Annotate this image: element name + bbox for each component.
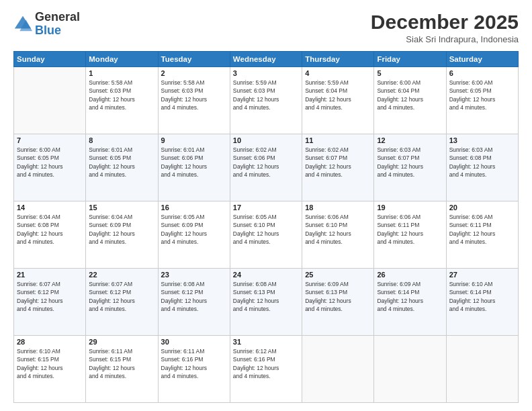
calendar-cell: 3Sunrise: 5:59 AMSunset: 6:03 PMDaylight… xyxy=(230,67,302,134)
month-title: December 2025 xyxy=(371,11,519,33)
logo-icon xyxy=(13,15,32,34)
day-number: 24 xyxy=(233,271,299,279)
cell-details: Sunrise: 5:59 AMSunset: 6:03 PMDaylight:… xyxy=(233,79,299,111)
day-number: 6 xyxy=(449,69,515,77)
cell-details: Sunrise: 6:04 AMSunset: 6:08 PMDaylight:… xyxy=(17,213,83,246)
cell-details: Sunrise: 5:58 AMSunset: 6:03 PMDaylight:… xyxy=(161,79,227,111)
cell-details: Sunrise: 6:04 AMSunset: 6:09 PMDaylight:… xyxy=(89,213,154,246)
day-number: 5 xyxy=(377,69,443,77)
day-number: 29 xyxy=(89,338,154,346)
calendar-cell xyxy=(374,336,446,403)
calendar-cell: 8Sunrise: 6:01 AMSunset: 6:05 PMDaylight… xyxy=(86,134,158,201)
calendar-cell xyxy=(14,67,86,134)
calendar-cell: 9Sunrise: 6:01 AMSunset: 6:06 PMDaylight… xyxy=(158,134,230,201)
day-number: 1 xyxy=(89,69,154,77)
logo-blue-text: Blue xyxy=(35,24,61,37)
day-number: 23 xyxy=(161,271,227,279)
calendar-cell: 31Sunrise: 6:12 AMSunset: 6:16 PMDayligh… xyxy=(230,336,302,403)
calendar-cell: 4Sunrise: 5:59 AMSunset: 6:04 PMDaylight… xyxy=(302,67,374,134)
calendar-cell: 6Sunrise: 6:00 AMSunset: 6:05 PMDaylight… xyxy=(446,67,518,134)
day-number: 7 xyxy=(17,136,83,144)
cell-details: Sunrise: 6:07 AMSunset: 6:12 PMDaylight:… xyxy=(17,280,83,313)
day-number: 11 xyxy=(305,136,371,144)
cell-details: Sunrise: 6:00 AMSunset: 6:05 PMDaylight:… xyxy=(17,146,83,179)
calendar-table: Sunday Monday Tuesday Wednesday Thursday… xyxy=(13,51,519,403)
col-sunday: Sunday xyxy=(14,52,86,67)
cell-details: Sunrise: 6:01 AMSunset: 6:05 PMDaylight:… xyxy=(89,146,154,179)
day-number: 25 xyxy=(305,271,371,279)
col-monday: Monday xyxy=(86,52,158,67)
cell-details: Sunrise: 6:10 AMSunset: 6:15 PMDaylight:… xyxy=(17,347,83,380)
header: General Blue December 2025 Siak Sri Indr… xyxy=(13,11,519,44)
day-number: 3 xyxy=(233,69,299,77)
day-number: 14 xyxy=(17,203,83,212)
cell-details: Sunrise: 6:08 AMSunset: 6:13 PMDaylight:… xyxy=(233,280,299,313)
day-number: 18 xyxy=(305,203,371,212)
col-wednesday: Wednesday xyxy=(230,52,302,67)
cell-details: Sunrise: 6:02 AMSunset: 6:07 PMDaylight:… xyxy=(305,146,371,179)
day-number: 20 xyxy=(449,203,515,212)
cell-details: Sunrise: 6:11 AMSunset: 6:15 PMDaylight:… xyxy=(89,347,154,380)
calendar-cell: 5Sunrise: 6:00 AMSunset: 6:04 PMDaylight… xyxy=(374,67,446,134)
cell-details: Sunrise: 6:11 AMSunset: 6:16 PMDaylight:… xyxy=(161,347,227,380)
cell-details: Sunrise: 6:09 AMSunset: 6:14 PMDaylight:… xyxy=(377,280,443,313)
day-number: 31 xyxy=(233,338,299,346)
calendar-cell: 13Sunrise: 6:03 AMSunset: 6:08 PMDayligh… xyxy=(446,134,518,201)
day-number: 10 xyxy=(233,136,299,144)
calendar-cell: 27Sunrise: 6:10 AMSunset: 6:14 PMDayligh… xyxy=(446,269,518,336)
col-thursday: Thursday xyxy=(302,52,374,67)
day-number: 19 xyxy=(377,203,443,212)
calendar-cell: 12Sunrise: 6:03 AMSunset: 6:07 PMDayligh… xyxy=(374,134,446,201)
calendar-cell: 23Sunrise: 6:08 AMSunset: 6:12 PMDayligh… xyxy=(158,269,230,336)
calendar-cell: 21Sunrise: 6:07 AMSunset: 6:12 PMDayligh… xyxy=(14,269,86,336)
day-number: 15 xyxy=(89,203,154,212)
cell-details: Sunrise: 6:05 AMSunset: 6:10 PMDaylight:… xyxy=(233,213,299,246)
title-block: December 2025 Siak Sri Indrapura, Indone… xyxy=(371,11,519,44)
calendar-cell: 20Sunrise: 6:06 AMSunset: 6:11 PMDayligh… xyxy=(446,201,518,269)
day-number: 17 xyxy=(233,203,299,212)
calendar-cell: 16Sunrise: 6:05 AMSunset: 6:09 PMDayligh… xyxy=(158,201,230,269)
calendar-cell: 30Sunrise: 6:11 AMSunset: 6:16 PMDayligh… xyxy=(158,336,230,403)
calendar-cell: 22Sunrise: 6:07 AMSunset: 6:12 PMDayligh… xyxy=(86,269,158,336)
day-number: 22 xyxy=(89,271,154,279)
cell-details: Sunrise: 6:06 AMSunset: 6:11 PMDaylight:… xyxy=(449,213,515,246)
day-number: 27 xyxy=(449,271,515,279)
calendar-cell: 28Sunrise: 6:10 AMSunset: 6:15 PMDayligh… xyxy=(14,336,86,403)
calendar-cell: 29Sunrise: 6:11 AMSunset: 6:15 PMDayligh… xyxy=(86,336,158,403)
cell-details: Sunrise: 6:03 AMSunset: 6:07 PMDaylight:… xyxy=(377,146,443,179)
day-number: 26 xyxy=(377,271,443,279)
day-number: 30 xyxy=(161,338,227,346)
col-saturday: Saturday xyxy=(446,52,518,67)
cell-details: Sunrise: 6:06 AMSunset: 6:11 PMDaylight:… xyxy=(377,213,443,246)
calendar-cell: 15Sunrise: 6:04 AMSunset: 6:09 PMDayligh… xyxy=(86,201,158,269)
logo-general-text: General xyxy=(35,10,80,24)
day-number: 21 xyxy=(17,271,83,279)
day-number: 8 xyxy=(89,136,154,144)
cell-details: Sunrise: 6:09 AMSunset: 6:13 PMDaylight:… xyxy=(305,280,371,313)
day-number: 12 xyxy=(377,136,443,144)
calendar-cell xyxy=(302,336,374,403)
calendar-cell: 25Sunrise: 6:09 AMSunset: 6:13 PMDayligh… xyxy=(302,269,374,336)
calendar-cell: 14Sunrise: 6:04 AMSunset: 6:08 PMDayligh… xyxy=(14,201,86,269)
day-number: 28 xyxy=(17,338,83,346)
calendar-cell: 18Sunrise: 6:06 AMSunset: 6:10 PMDayligh… xyxy=(302,201,374,269)
calendar-cell: 10Sunrise: 6:02 AMSunset: 6:06 PMDayligh… xyxy=(230,134,302,201)
calendar-cell: 19Sunrise: 6:06 AMSunset: 6:11 PMDayligh… xyxy=(374,201,446,269)
location-subtitle: Siak Sri Indrapura, Indonesia xyxy=(371,34,519,44)
calendar-cell: 7Sunrise: 6:00 AMSunset: 6:05 PMDaylight… xyxy=(14,134,86,201)
cell-details: Sunrise: 6:01 AMSunset: 6:06 PMDaylight:… xyxy=(161,146,227,179)
col-tuesday: Tuesday xyxy=(158,52,230,67)
calendar-week-row: 7Sunrise: 6:00 AMSunset: 6:05 PMDaylight… xyxy=(14,134,519,201)
calendar-week-row: 28Sunrise: 6:10 AMSunset: 6:15 PMDayligh… xyxy=(14,336,519,403)
calendar-page: General Blue December 2025 Siak Sri Indr… xyxy=(0,0,532,411)
day-number: 9 xyxy=(161,136,227,144)
calendar-week-row: 1Sunrise: 5:58 AMSunset: 6:03 PMDaylight… xyxy=(14,67,519,134)
cell-details: Sunrise: 6:05 AMSunset: 6:09 PMDaylight:… xyxy=(161,213,227,246)
calendar-cell: 24Sunrise: 6:08 AMSunset: 6:13 PMDayligh… xyxy=(230,269,302,336)
calendar-week-row: 14Sunrise: 6:04 AMSunset: 6:08 PMDayligh… xyxy=(14,201,519,269)
cell-details: Sunrise: 6:08 AMSunset: 6:12 PMDaylight:… xyxy=(161,280,227,313)
cell-details: Sunrise: 6:10 AMSunset: 6:14 PMDaylight:… xyxy=(449,280,515,313)
cell-details: Sunrise: 6:02 AMSunset: 6:06 PMDaylight:… xyxy=(233,146,299,179)
cell-details: Sunrise: 6:12 AMSunset: 6:16 PMDaylight:… xyxy=(233,347,299,380)
cell-details: Sunrise: 5:58 AMSunset: 6:03 PMDaylight:… xyxy=(89,79,154,111)
